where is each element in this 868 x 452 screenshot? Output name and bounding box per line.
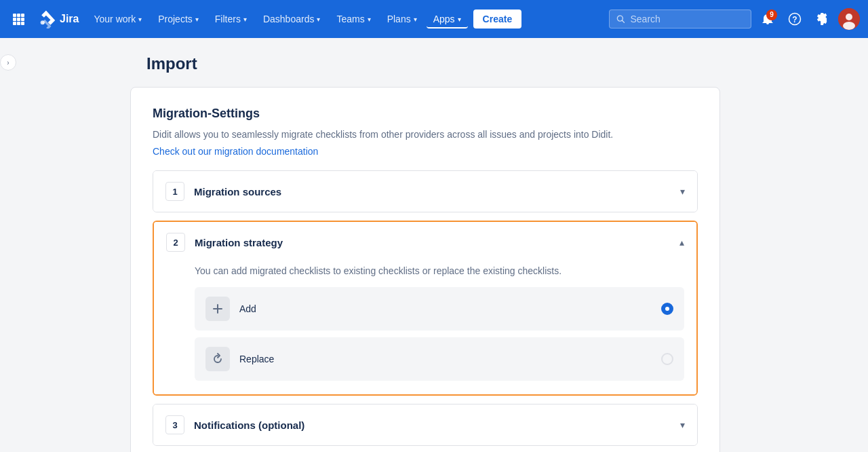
- chevron-down-icon: ▾: [458, 16, 461, 23]
- create-button[interactable]: Create: [473, 10, 522, 29]
- migration-doc-link[interactable]: Check out our migration documentation: [153, 146, 318, 157]
- navbar-right: 9 ?: [609, 8, 860, 30]
- chevron-down-icon: ▾: [317, 16, 320, 23]
- add-radio-button[interactable]: [661, 303, 673, 315]
- svg-point-16: [843, 22, 855, 30]
- jira-logo-text: Jira: [60, 13, 79, 25]
- plus-icon: [212, 303, 224, 315]
- strategy-option-replace[interactable]: Replace: [195, 337, 684, 381]
- replace-icon: [212, 353, 224, 365]
- page-title: Import: [146, 54, 738, 73]
- replace-option-label: Replace: [239, 354, 652, 364]
- svg-rect-0: [13, 14, 16, 17]
- gear-icon: [815, 12, 829, 26]
- settings-button[interactable]: [811, 8, 833, 30]
- chevron-down-icon: ▾: [243, 16, 247, 23]
- svg-rect-7: [17, 22, 20, 25]
- jira-logo[interactable]: Jira: [31, 5, 84, 33]
- svg-point-9: [41, 20, 45, 24]
- accordion-migration-strategy: 2 Migration strategy ▴ You can add migra…: [153, 221, 698, 396]
- replace-option-icon: [205, 347, 230, 371]
- svg-rect-4: [17, 18, 20, 21]
- svg-rect-3: [13, 18, 16, 21]
- svg-rect-5: [21, 18, 24, 21]
- avatar[interactable]: [838, 8, 860, 30]
- search-input[interactable]: [630, 14, 744, 24]
- chevron-down-icon: ▾: [195, 16, 199, 23]
- navbar: Jira Your work ▾ Projects ▾ Filters ▾ Da…: [0, 0, 868, 38]
- chevron-up-icon: ▴: [679, 237, 684, 248]
- card-title: Migration-Settings: [153, 107, 698, 121]
- nav-item-plans[interactable]: Plans ▾: [380, 10, 424, 29]
- card-description: Didit allows you to seamlessly migrate c…: [153, 129, 698, 140]
- add-option-label: Add: [239, 303, 652, 314]
- section-number-2: 2: [166, 233, 185, 252]
- section-title-3: Notifications (optional): [194, 419, 680, 431]
- settings-card: Migration-Settings Didit allows you to s…: [130, 87, 720, 452]
- accordion-notifications: 3 Notifications (optional) ▾: [153, 404, 698, 446]
- strategy-option-add[interactable]: Add: [195, 287, 684, 331]
- accordion-body-2: You can add migrated checklists to exist…: [154, 265, 696, 394]
- notification-button[interactable]: 9: [757, 8, 778, 30]
- svg-point-15: [846, 14, 852, 20]
- sidebar-toggle[interactable]: ›: [0, 54, 16, 71]
- avatar-image: [838, 8, 860, 30]
- nav-item-your-work[interactable]: Your work ▾: [87, 10, 149, 29]
- svg-text:?: ?: [792, 15, 797, 24]
- grid-icon[interactable]: [8, 9, 28, 29]
- chevron-down-icon: ▾: [680, 419, 685, 430]
- nav-item-teams[interactable]: Teams ▾: [330, 10, 377, 29]
- svg-rect-8: [21, 22, 24, 25]
- svg-rect-6: [13, 22, 16, 25]
- chevron-down-icon: ▾: [680, 186, 685, 197]
- section-title-2: Migration strategy: [195, 237, 679, 248]
- section-number-1: 1: [165, 182, 184, 201]
- notification-badge: 9: [766, 10, 777, 20]
- nav-item-filters[interactable]: Filters ▾: [208, 10, 254, 29]
- accordion-migration-sources: 1 Migration sources ▾: [153, 170, 698, 212]
- svg-line-11: [622, 20, 624, 22]
- svg-rect-1: [17, 14, 20, 17]
- accordion-header-3[interactable]: 3 Notifications (optional) ▾: [153, 404, 697, 445]
- nav-item-dashboards[interactable]: Dashboards ▾: [256, 10, 328, 29]
- section-number-3: 3: [165, 415, 184, 434]
- navbar-left: Jira Your work ▾ Projects ▾ Filters ▾ Da…: [8, 5, 606, 33]
- main-content: Import Migration-Settings Didit allows y…: [108, 38, 760, 452]
- accordion-header-2[interactable]: 2 Migration strategy ▴: [154, 222, 696, 263]
- replace-radio-button[interactable]: [661, 353, 673, 365]
- help-icon: ?: [788, 12, 802, 26]
- accordion-subtitle-2: You can add migrated checklists to exist…: [166, 265, 684, 276]
- chevron-down-icon: ▾: [414, 16, 417, 23]
- add-option-icon: [205, 297, 230, 321]
- svg-rect-2: [21, 14, 24, 17]
- chevron-right-icon: ›: [7, 59, 9, 67]
- section-title-1: Migration sources: [194, 186, 680, 197]
- help-button[interactable]: ?: [784, 8, 806, 30]
- strategy-options: Add Replace: [166, 287, 684, 381]
- search-box[interactable]: [609, 10, 751, 29]
- nav-item-projects[interactable]: Projects ▾: [151, 10, 205, 29]
- search-icon: [616, 14, 625, 24]
- chevron-down-icon: ▾: [368, 16, 371, 23]
- chevron-down-icon: ▾: [138, 16, 142, 23]
- nav-item-apps[interactable]: Apps ▾: [427, 10, 468, 29]
- accordion-header-1[interactable]: 1 Migration sources ▾: [153, 171, 697, 212]
